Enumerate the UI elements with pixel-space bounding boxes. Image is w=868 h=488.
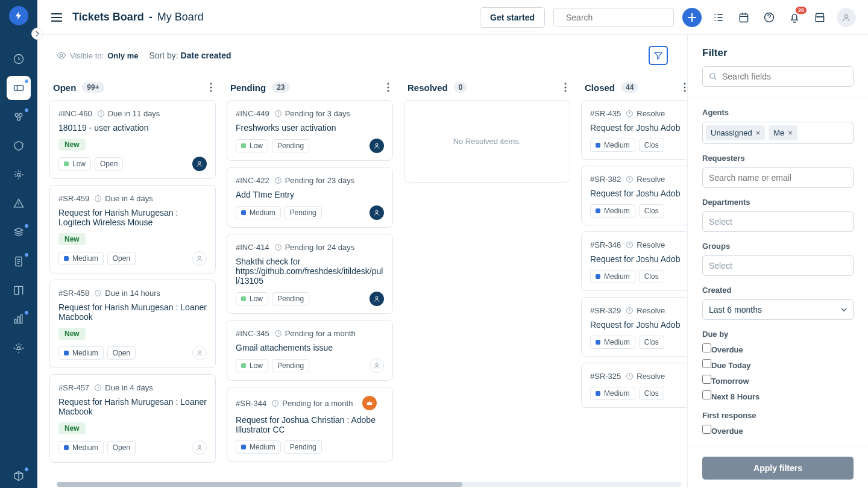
agent-pill[interactable]: Unassigned× — [706, 125, 765, 140]
column-header: Pending23 — [227, 76, 393, 99]
column-menu-icon[interactable] — [684, 83, 686, 92]
ticket-card[interactable]: #INC-345Pending for a month Gmail attach… — [227, 320, 393, 381]
ticket-card[interactable]: #INC-422Pending for 23 days Add TIme Ent… — [227, 167, 393, 228]
nav-assets[interactable] — [7, 221, 31, 245]
svg-point-18 — [210, 90, 212, 92]
notifications-icon[interactable]: 26 — [786, 9, 803, 26]
nav-tickets[interactable] — [7, 76, 31, 100]
ticket-card[interactable]: #SR-329Resolve Request for Joshu Adobe I… — [581, 297, 687, 357]
ticket-card[interactable]: #SR-458Due in 14 hours Request for Haris… — [49, 280, 216, 368]
board-horizontal-scrollbar[interactable] — [57, 482, 681, 487]
assignee-avatar[interactable] — [370, 139, 384, 153]
menu-toggle-icon[interactable] — [49, 10, 64, 25]
column-cards[interactable]: #INC-449Pending for 3 days Freshworks us… — [227, 99, 393, 488]
ticket-card[interactable]: #INC-460Due in 11 days 180119 - user act… — [49, 100, 216, 179]
profile-avatar[interactable] — [837, 8, 856, 27]
groups-select[interactable]: Select — [702, 255, 854, 276]
agent-pill[interactable]: Me× — [769, 125, 797, 140]
ticket-card[interactable]: #INC-414Pending for 24 days Shakthi chec… — [227, 234, 393, 314]
assignee-avatar[interactable] — [192, 346, 207, 360]
ticket-card[interactable]: #SR-325Resolve MediumClos — [581, 363, 687, 408]
filter-panel: Filter Agents Unassigned×Me× Requesters … — [687, 35, 868, 488]
assignee-avatar[interactable] — [362, 396, 377, 410]
ticket-id: #SR-325 — [590, 372, 621, 381]
svg-point-35 — [376, 296, 378, 299]
nav-contracts[interactable] — [7, 249, 31, 274]
nav-dashboard[interactable] — [7, 47, 31, 71]
get-started-button[interactable]: Get started — [480, 7, 545, 28]
column-menu-icon[interactable] — [387, 83, 389, 92]
new-button[interactable] — [682, 8, 702, 27]
help-icon[interactable] — [761, 9, 778, 26]
title-main[interactable]: Tickets Board — [72, 11, 144, 23]
dueby-option[interactable]: Tomorrow — [702, 375, 854, 386]
dueby-option[interactable]: Next 8 Hours — [702, 390, 854, 401]
svg-point-44 — [684, 90, 686, 92]
global-search[interactable] — [553, 8, 674, 27]
assignee-avatar[interactable] — [192, 157, 207, 171]
ticket-card[interactable]: #SR-457Due in 4 days Request for Harish … — [49, 374, 216, 463]
requesters-input[interactable] — [702, 167, 854, 188]
ticket-card[interactable]: #SR-435Resolve Request for Joshu Adobe I… — [581, 100, 687, 160]
nav-solutions[interactable] — [7, 278, 31, 302]
board-column: Closed44 #SR-435Resolve Request for Josh… — [581, 76, 687, 488]
ticket-card[interactable]: #INC-449Pending for 3 days Freshworks us… — [227, 100, 393, 161]
filter-search-input[interactable] — [722, 72, 847, 81]
global-search-input[interactable] — [566, 13, 671, 22]
nav-apps[interactable] — [7, 464, 31, 488]
notif-badge: 26 — [796, 7, 807, 14]
left-nav-rail — [0, 0, 37, 488]
ticket-card[interactable]: #SR-344Pending for a month Request for J… — [227, 387, 393, 461]
tasks-icon[interactable] — [710, 9, 727, 26]
svg-point-14 — [844, 14, 848, 17]
firstresp-option[interactable]: Overdue — [702, 425, 854, 436]
column-cards[interactable]: No Resolved items. — [404, 99, 570, 488]
nav-changes[interactable] — [7, 134, 31, 158]
nav-problems[interactable] — [7, 105, 31, 129]
due-label: Due in 14 hours — [94, 289, 160, 298]
title-sub[interactable]: My Board — [157, 11, 204, 23]
filter-toggle-button[interactable] — [649, 46, 668, 65]
nav-settings[interactable] — [7, 336, 31, 360]
status-tag: Pending — [285, 206, 322, 219]
ticket-card[interactable]: #SR-459Due in 4 days Request for Harish … — [49, 185, 216, 274]
assignee-avatar[interactable] — [370, 205, 384, 220]
departments-select[interactable]: Select — [702, 211, 854, 232]
new-badge: New — [58, 233, 86, 245]
column-menu-icon[interactable] — [210, 83, 212, 92]
remove-icon[interactable]: × — [756, 128, 761, 137]
calendar-icon[interactable] — [735, 9, 752, 26]
assignee-avatar[interactable] — [192, 440, 207, 455]
board-column: Resolved0No Resolved items. — [404, 76, 570, 488]
new-badge: New — [58, 139, 86, 151]
remove-icon[interactable]: × — [788, 128, 793, 137]
dueby-option[interactable]: Due Today — [702, 359, 854, 370]
assignee-avatar[interactable] — [370, 292, 384, 306]
filter-search-fields[interactable] — [702, 66, 854, 87]
ticket-card[interactable]: #SR-346Resolve Request for Joshu Adobe I… — [581, 231, 687, 291]
nav-alerts[interactable] — [7, 192, 31, 216]
ticket-id: #SR-329 — [590, 306, 621, 315]
nav-releases[interactable] — [7, 163, 31, 187]
column-cards[interactable]: #SR-435Resolve Request for Joshu Adobe I… — [581, 99, 687, 488]
column-count: 44 — [621, 82, 638, 93]
column-name: Open — [53, 83, 76, 93]
sort-selector[interactable]: Sort by: Date created — [149, 51, 231, 60]
app-logo[interactable] — [9, 6, 28, 25]
apply-filters-button[interactable]: Apply filters — [702, 457, 854, 480]
agents-input[interactable]: Unassigned×Me× — [702, 122, 854, 144]
svg-point-37 — [376, 363, 378, 366]
visibility-indicator[interactable]: Visible to: Only me — [57, 51, 138, 60]
page-title: Tickets Board - My Board — [72, 11, 204, 23]
ticket-card[interactable]: #SR-382Resolve Request for Joshu Adobe I… — [581, 166, 687, 225]
assignee-avatar[interactable] — [370, 358, 384, 373]
dueby-option[interactable]: Overdue — [702, 343, 854, 354]
column-cards[interactable]: #INC-460Due in 11 days 180119 - user act… — [49, 99, 216, 488]
created-select[interactable]: Last 6 months — [702, 299, 854, 320]
nav-reports[interactable] — [7, 307, 31, 331]
marketplace-icon[interactable] — [811, 9, 828, 26]
column-menu-icon[interactable] — [564, 83, 567, 92]
column-header: Resolved0 — [404, 76, 570, 99]
kanban-board: Open99+ #INC-460Due in 11 days 180119 - … — [37, 76, 687, 488]
assignee-avatar[interactable] — [192, 251, 207, 266]
